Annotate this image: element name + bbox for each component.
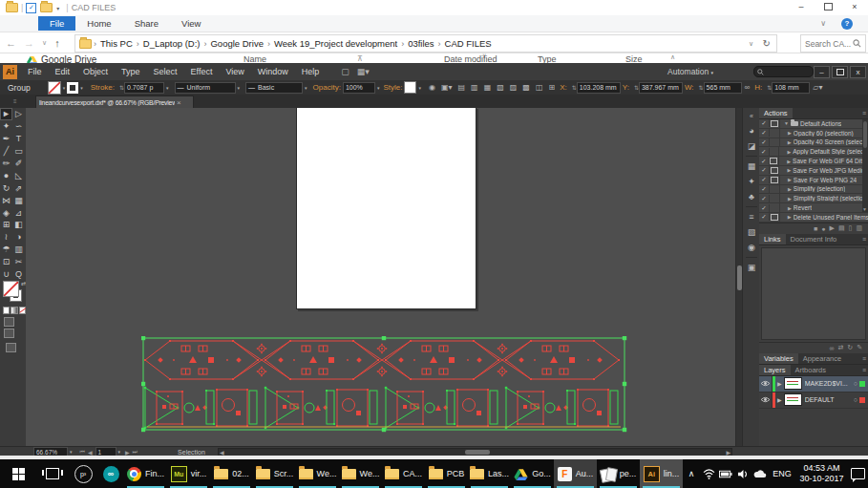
tab-actions[interactable]: Actions [759, 108, 793, 118]
taskbar-item-processing[interactable]: p³ [69, 459, 97, 488]
align-left-icon[interactable]: ▤ [458, 83, 466, 92]
color-guide-panel-icon[interactable]: ◪ [743, 138, 760, 154]
stroke-weight-dropdown-icon[interactable]: ▾ [166, 85, 169, 91]
ribbon-tab-share[interactable]: Share [123, 16, 170, 31]
action-row[interactable]: ✓▶Simplify Straight (selection) [759, 194, 868, 203]
type-tool[interactable]: T [12, 133, 25, 145]
relink-ic on[interactable]: ∞ [829, 345, 834, 351]
actions-scrollbar[interactable]: ▼ [862, 119, 868, 212]
begin-recording-icon[interactable]: ● [821, 225, 825, 232]
layer-row-make2d[interactable]: ▶ MAKE2D$VI... ○ [759, 376, 868, 393]
taskbar-item-mu[interactable]: Muvir... [167, 459, 210, 488]
direct-selection-tool[interactable]: ▷ [12, 108, 25, 120]
search-box[interactable] [800, 34, 866, 53]
tray-onedrive[interactable] [752, 459, 769, 488]
play-action-icon[interactable]: ▶ [830, 224, 835, 232]
tray-battery[interactable] [717, 459, 734, 488]
action-row[interactable]: ✓▶Revert [759, 203, 868, 213]
w-field[interactable]: 565 mm [704, 82, 742, 94]
tab-variables[interactable]: Variables [759, 353, 798, 364]
gradient-tool[interactable]: ◧ [12, 219, 25, 231]
column-graph-tool[interactable]: ▥ [12, 244, 25, 256]
hscrollbar-thumb[interactable] [465, 450, 490, 455]
explorer-restore-button[interactable] [815, 0, 841, 13]
align-top-icon[interactable]: ▧ [497, 83, 504, 92]
taskbar-item-folder-02[interactable]: 02... [210, 459, 253, 488]
visibility-eye-icon[interactable] [759, 376, 773, 392]
menu-help[interactable]: Help [295, 63, 327, 80]
task-view-button[interactable] [36, 459, 69, 488]
constrain-proportions-icon[interactable]: ∞ [745, 83, 751, 92]
taskbar-item-folder-las[interactable]: Las... [468, 459, 511, 488]
breadcrumb-this-pc[interactable]: This PC [100, 38, 133, 49]
first-artboard-icon[interactable]: ⏮ [80, 449, 85, 456]
panel-menu-icon[interactable]: ≡ [862, 110, 866, 117]
reference-point-widget[interactable]: ⊞ [548, 83, 555, 92]
forward-button[interactable]: → [24, 37, 34, 49]
refresh-icon[interactable]: ↻ [763, 38, 771, 49]
next-artboard-icon[interactable]: ▶ [125, 449, 130, 456]
align-middle-icon[interactable]: ▨ [510, 83, 518, 92]
zoom-tool[interactable]: Q [12, 268, 25, 281]
tab-scroll-icon[interactable]: ≡ [13, 98, 17, 104]
slice-tool[interactable]: ✂ [12, 256, 25, 268]
width-profile-dropdown-icon[interactable]: ▾ [238, 85, 241, 91]
panel-menu-icon[interactable]: ≡ [862, 236, 866, 243]
variable-width-profile-field[interactable]: —Uniform [175, 82, 236, 94]
breadcrumb-google-drive[interactable]: Google Drive [210, 38, 263, 49]
ai-search-field[interactable] [753, 66, 814, 77]
target-circle-icon[interactable]: ○ [854, 380, 857, 387]
recent-locations-icon[interactable]: ∨ [42, 39, 47, 47]
taskbar-item-pe[interactable]: pe... [597, 459, 640, 488]
action-row[interactable]: ✓▼Default Actions [759, 119, 868, 129]
draw-normal-icon[interactable] [4, 317, 14, 327]
explorer-close-button[interactable]: × [841, 0, 868, 13]
ribbon-tab-file[interactable]: File [38, 16, 75, 31]
brush-dropdown-icon[interactable]: ▾ [305, 85, 307, 91]
expand-dock-icon[interactable]: « [743, 108, 760, 123]
h-field[interactable]: 108 mm [772, 82, 810, 94]
action-dialog-cell[interactable] [770, 194, 780, 202]
gradient-panel-icon[interactable]: ▧ [743, 224, 760, 240]
blend-tool[interactable]: ◑ [12, 231, 25, 244]
taskbar-item-chrome[interactable]: Fin... [124, 459, 167, 488]
draw-behind-icon[interactable] [4, 329, 14, 338]
menu-effect[interactable]: Effect [184, 63, 220, 80]
breadcrumb-cad-files[interactable]: CAD FILES [445, 38, 492, 49]
up-button[interactable]: ↑ [54, 37, 60, 49]
tab-document-info[interactable]: Document Info [786, 234, 842, 244]
expand-arrow-icon[interactable]: ▶ [777, 396, 782, 403]
menu-window[interactable]: Window [251, 63, 295, 80]
explorer-minimize-button[interactable]: – [788, 0, 815, 13]
action-dialog-icon[interactable] [770, 119, 780, 128]
action-check-icon[interactable]: ✓ [759, 204, 770, 212]
action-row[interactable]: ✓▶Simplify (selection) [759, 185, 868, 195]
ribbon-tab-view[interactable]: View [170, 16, 212, 31]
shape-builder-tool[interactable]: ◈ [0, 206, 12, 219]
action-dialog-cell[interactable] [770, 129, 780, 138]
action-row[interactable]: ✓▶Save For Web JPG Medium [759, 166, 868, 176]
address-dropdown-icon[interactable]: ∨ [749, 40, 753, 48]
taskbar-item-folder-ca[interactable]: CA... [382, 459, 425, 488]
scale-tool[interactable]: ⇗ [12, 181, 25, 194]
ai-minimize-button[interactable]: – [814, 66, 830, 78]
layer-name[interactable]: DEFAULT [805, 396, 854, 403]
tab-close-icon[interactable]: × [177, 98, 181, 107]
menu-view[interactable]: View [219, 63, 250, 80]
opacity-dropdown-icon[interactable]: ▾ [377, 85, 380, 91]
taskbar-item-folder-we1[interactable]: We... [296, 459, 339, 488]
brushes-panel-icon[interactable]: ✦ [743, 174, 760, 189]
style-dropdown-icon[interactable]: ▾ [418, 85, 421, 91]
menu-edit[interactable]: Edit [49, 63, 77, 80]
tab-artboards[interactable]: Artboards [791, 365, 832, 375]
action-row[interactable]: ✓▶Opacity 40 Screen (select... [759, 138, 868, 148]
breadcrumb-week19[interactable]: Week 19_Project development [274, 38, 397, 49]
action-check-icon[interactable]: ✓ [759, 148, 770, 156]
taskbar-item-arduino[interactable]: ∞ [97, 459, 124, 488]
distribute-icon[interactable]: ◫ [536, 83, 543, 92]
align-bottom-icon[interactable]: ▩ [522, 83, 530, 92]
tray-clock[interactable]: 04:53 AM30-10-2017 [795, 459, 848, 488]
action-dialog-icon[interactable] [770, 157, 780, 165]
stop-playing-icon[interactable]: ■ [814, 225, 817, 232]
eyedropper-tool[interactable]: ≀ [0, 231, 12, 244]
